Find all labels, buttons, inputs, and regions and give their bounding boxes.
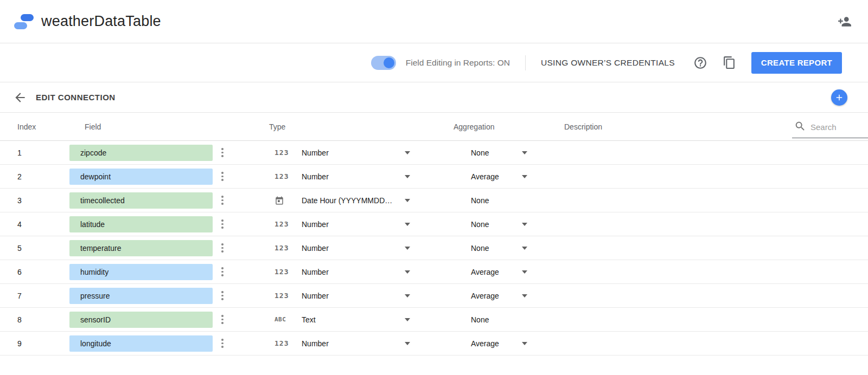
credentials-label: USING OWNER’S CREDENTIALS <box>541 58 675 68</box>
field-cell: sensorID <box>69 312 269 328</box>
aggregation-dropdown-arrow[interactable] <box>522 151 527 154</box>
field-cell: dewpoint <box>69 169 269 185</box>
field-cell: zipcode <box>69 145 269 161</box>
table-row: 9longitude123NumberAverage <box>0 332 868 355</box>
table-body: 1zipcode123NumberNone2dewpoint123NumberA… <box>0 141 868 355</box>
aggregation-selector[interactable]: None <box>454 244 564 253</box>
table-row: 8sensorIDABCTextNone <box>0 308 868 332</box>
type-selector[interactable]: 123Number <box>269 220 454 229</box>
table-row: 5temperature123NumberNone <box>0 236 868 260</box>
field-cell: timecollected <box>69 192 269 209</box>
app-logo-icon <box>13 12 35 31</box>
field-name-chip[interactable]: latitude <box>69 216 213 232</box>
aggregation-dropdown-arrow[interactable] <box>522 294 527 298</box>
toolbar: Field Editing in Reports: ON USING OWNER… <box>0 43 868 82</box>
field-editing-toggle[interactable] <box>371 56 396 70</box>
row-index: 3 <box>0 196 69 205</box>
more-options-icon[interactable] <box>218 219 227 229</box>
more-options-icon[interactable] <box>218 148 227 157</box>
more-options-icon[interactable] <box>218 196 227 205</box>
number-type-icon: 123 <box>275 244 296 252</box>
aggregation-selector[interactable]: Average <box>454 172 564 181</box>
search-box[interactable] <box>792 120 868 138</box>
type-selector[interactable]: 123Number <box>269 148 454 157</box>
table-row: 2dewpoint123NumberAverage <box>0 165 868 189</box>
field-cell: longitude <box>69 335 269 352</box>
number-type-icon: 123 <box>275 292 296 300</box>
aggregation-selector[interactable]: None <box>454 148 564 157</box>
field-name-chip[interactable]: pressure <box>69 288 213 304</box>
field-name-chip[interactable]: dewpoint <box>69 169 213 185</box>
copy-icon[interactable] <box>723 56 736 69</box>
row-index: 9 <box>0 339 69 348</box>
type-dropdown-arrow[interactable] <box>405 270 410 274</box>
aggregation-selector: None <box>454 315 564 324</box>
type-selector[interactable]: 123Number <box>269 292 454 300</box>
table-row: 7pressure123NumberAverage <box>0 284 868 308</box>
aggregation-selector[interactable]: Average <box>454 292 564 300</box>
type-dropdown-arrow[interactable] <box>405 342 410 345</box>
create-report-button[interactable]: CREATE REPORT <box>751 52 842 74</box>
more-options-icon[interactable] <box>218 243 227 253</box>
more-options-icon[interactable] <box>218 267 227 276</box>
date-type-icon <box>275 196 296 205</box>
add-field-button[interactable] <box>831 89 847 106</box>
aggregation-selector[interactable]: Average <box>454 268 564 276</box>
type-selector[interactable]: 123Number <box>269 268 454 276</box>
more-options-icon[interactable] <box>218 315 227 324</box>
type-dropdown-arrow[interactable] <box>405 294 410 298</box>
aggregation-dropdown-arrow[interactable] <box>522 223 527 226</box>
more-options-icon[interactable] <box>218 291 227 300</box>
field-cell: humidity <box>69 264 269 280</box>
type-dropdown-arrow[interactable] <box>405 175 410 178</box>
more-options-icon[interactable] <box>218 339 227 348</box>
type-dropdown-arrow[interactable] <box>405 318 410 321</box>
top-bar: weatherDataTable <box>0 0 868 43</box>
row-index: 1 <box>0 148 69 157</box>
aggregation-dropdown-arrow[interactable] <box>522 270 527 274</box>
aggregation-selector[interactable]: Average <box>454 339 564 348</box>
type-dropdown-arrow[interactable] <box>405 199 410 202</box>
aggregation-dropdown-arrow[interactable] <box>522 247 527 250</box>
field-cell: temperature <box>69 240 269 256</box>
back-arrow-icon[interactable] <box>13 90 27 105</box>
type-label: Number <box>302 268 405 276</box>
type-dropdown-arrow[interactable] <box>405 151 410 154</box>
aggregation-dropdown-arrow[interactable] <box>522 175 527 178</box>
table-row: 1zipcode123NumberNone <box>0 141 868 165</box>
search-icon <box>794 120 806 134</box>
type-selector[interactable]: ABCText <box>269 315 454 324</box>
field-name-chip[interactable]: longitude <box>69 335 213 352</box>
type-label: Number <box>302 220 405 229</box>
page-title: weatherDataTable <box>41 13 161 30</box>
number-type-icon: 123 <box>275 268 296 276</box>
number-type-icon: 123 <box>275 339 296 347</box>
type-label: Number <box>302 292 405 300</box>
type-selector[interactable]: 123Number <box>269 339 454 348</box>
aggregation-selector[interactable]: None <box>454 220 564 229</box>
type-dropdown-arrow[interactable] <box>405 223 410 226</box>
field-name-chip[interactable]: zipcode <box>69 145 213 161</box>
number-type-icon: 123 <box>275 220 296 228</box>
search-input[interactable] <box>810 122 863 132</box>
number-type-icon: 123 <box>275 172 296 180</box>
share-person-add-icon[interactable] <box>838 15 852 29</box>
field-name-chip[interactable]: temperature <box>69 240 213 256</box>
field-editing-label: Field Editing in Reports: ON <box>406 58 510 68</box>
table-header: Index Field Type Aggregation Description <box>0 113 868 141</box>
type-dropdown-arrow[interactable] <box>405 247 410 250</box>
field-name-chip[interactable]: timecollected <box>69 192 213 209</box>
field-name-chip[interactable]: humidity <box>69 264 213 280</box>
type-selector[interactable]: 123Number <box>269 244 454 253</box>
aggregation-selector: None <box>454 196 564 205</box>
more-options-icon[interactable] <box>218 172 227 181</box>
field-cell: latitude <box>69 216 269 232</box>
aggregation-dropdown-arrow[interactable] <box>522 342 527 345</box>
field-name-chip[interactable]: sensorID <box>69 312 213 328</box>
type-label: Number <box>302 339 405 348</box>
help-icon[interactable] <box>693 56 707 70</box>
column-header-type: Type <box>269 122 454 131</box>
type-selector[interactable]: Date Hour (YYYYMMDD… <box>269 196 454 205</box>
column-header-field: Field <box>69 122 269 131</box>
type-selector[interactable]: 123Number <box>269 172 454 181</box>
